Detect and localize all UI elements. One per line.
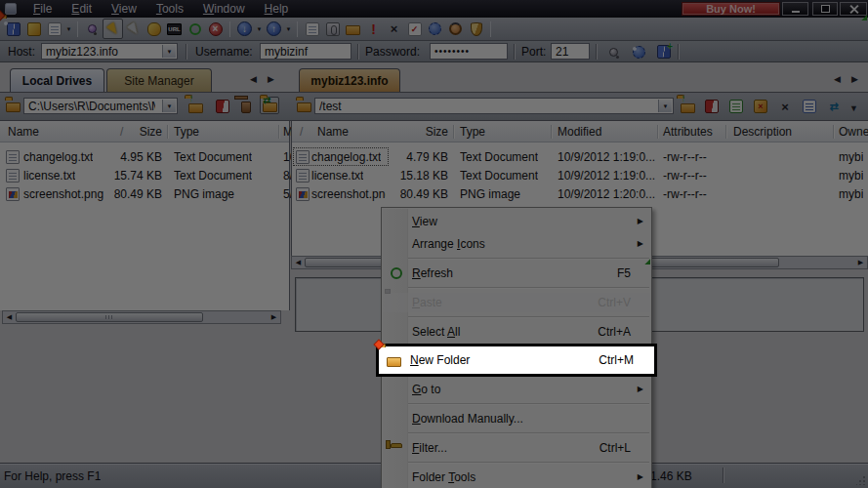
column-name[interactable]: Name <box>317 125 349 139</box>
edit-document-icon[interactable] <box>726 98 746 115</box>
menu-item-refresh[interactable]: Refresh F5 <box>382 262 651 284</box>
scroll-left-icon[interactable]: ◀ <box>292 259 305 266</box>
delete-icon[interactable] <box>236 98 256 115</box>
buy-now-button[interactable]: Buy Now! <box>682 2 780 16</box>
menu-item-new-folder[interactable]: New Folder Ctrl+M <box>376 344 657 377</box>
minimize-button[interactable] <box>782 2 808 16</box>
menu-item-arrange-icons[interactable]: Arrange Icons ▶ <box>382 232 651 255</box>
menubar-edit[interactable]: Edit <box>62 0 102 18</box>
tab-scroll-left-icon[interactable]: ◀ <box>250 74 257 84</box>
settings-gear-icon[interactable] <box>425 19 445 39</box>
menu-item-folder-tools[interactable]: Folder Tools ▶ <box>382 466 651 488</box>
menu-item-filter[interactable]: Filter... Ctrl+L <box>382 436 651 459</box>
parent-folder-icon[interactable] <box>678 98 697 115</box>
tasks-icon[interactable] <box>404 19 425 39</box>
parent-folder-icon[interactable] <box>186 98 205 115</box>
bookmarks-icon[interactable] <box>213 98 232 115</box>
support-icon[interactable] <box>445 19 466 39</box>
quick-connect-icon[interactable] <box>144 19 164 39</box>
file-row[interactable]: screenshot.png 80.49 KB PNG image 10/9/2… <box>292 184 868 203</box>
column-size[interactable]: Size <box>386 125 448 139</box>
scroll-left-icon[interactable]: ◀ <box>3 313 16 321</box>
select-cursor-icon[interactable] <box>103 19 123 39</box>
menu-item-paste[interactable]: Paste Ctrl+V <box>382 291 651 313</box>
menubar-help[interactable]: Help <box>255 0 299 18</box>
column-size[interactable]: Size <box>129 125 162 139</box>
connect-plug-icon[interactable] <box>603 43 623 61</box>
tab-local-drives[interactable]: Local Drives <box>10 68 104 92</box>
pin-icon[interactable] <box>82 19 103 39</box>
file-row[interactable]: changelog.txt 4.95 KB Text Document 10 <box>0 147 289 166</box>
download-dropdown-icon[interactable]: ▼ <box>255 19 264 39</box>
host-combobox[interactable]: mybiz123.info ▼ <box>41 43 178 60</box>
url-icon[interactable]: URL <box>164 19 185 39</box>
column-modified[interactable]: Modified <box>558 125 601 139</box>
column-description[interactable]: Description <box>733 125 792 139</box>
file-row[interactable]: license.txt 15.18 KB Text Document 10/9/… <box>292 166 868 184</box>
menu-item-download-manually[interactable]: Download Manually... <box>382 407 651 429</box>
tab-remote-site[interactable]: mybiz123.info <box>299 68 400 92</box>
new-item-wand-icon[interactable] <box>751 98 770 115</box>
disconnect-cursor-icon[interactable] <box>123 19 144 39</box>
menu-item-go-to[interactable]: Go to ▶ <box>382 378 651 400</box>
tab-site-manager[interactable]: Site Manager <box>106 68 212 92</box>
menu-item-view[interactable]: View ▶ <box>382 210 651 232</box>
port-input[interactable]: 21 <box>551 43 590 60</box>
menubar-view[interactable]: View <box>102 0 146 18</box>
upload-icon[interactable] <box>264 19 284 39</box>
file-row[interactable]: license.txt 15.74 KB Text Document 8/ <box>0 166 289 184</box>
menubar-tools[interactable]: Tools <box>146 0 193 18</box>
delete-icon[interactable] <box>775 98 795 115</box>
connection-gear-icon[interactable] <box>629 43 648 61</box>
connection-wizard-icon[interactable] <box>23 19 44 39</box>
restore-button[interactable] <box>812 2 838 16</box>
new-folder-icon[interactable] <box>343 19 363 39</box>
password-input[interactable]: •••••••• <box>430 43 508 60</box>
username-input[interactable]: mybizinf <box>260 43 351 60</box>
column-type[interactable]: Type <box>460 125 485 139</box>
security-shield-icon[interactable] <box>466 19 486 39</box>
upload-dropdown-icon[interactable]: ▼ <box>284 19 293 39</box>
new-item-dropdown-icon[interactable]: ▼ <box>64 19 73 39</box>
remote-path-combobox[interactable]: /test ▼ <box>314 98 674 114</box>
delete-icon[interactable] <box>384 19 404 39</box>
column-name[interactable]: Name <box>8 125 39 139</box>
tab-scroll-right-icon[interactable]: ▶ <box>268 74 274 84</box>
image-file-icon <box>6 187 20 201</box>
details-view-icon[interactable] <box>800 98 819 115</box>
scrollbar-thumb[interactable] <box>16 312 203 322</box>
column-type[interactable]: Type <box>174 125 199 139</box>
more-options-icon[interactable]: ▼ <box>849 103 858 113</box>
menu-item-select-all[interactable]: Select All Ctrl+A <box>382 320 651 343</box>
download-icon[interactable] <box>234 19 255 39</box>
column-owner[interactable]: Owner <box>839 125 868 139</box>
scroll-right-icon[interactable]: ▶ <box>268 313 280 321</box>
transfer-mode-icon[interactable] <box>824 98 844 115</box>
local-horizontal-scrollbar[interactable]: ◀ ▶ <box>2 310 281 324</box>
local-list-header[interactable]: Name / Size Type M <box>0 121 289 142</box>
menubar-file[interactable]: File <box>23 0 62 18</box>
path-dropdown-icon[interactable]: ▼ <box>162 100 176 112</box>
scroll-right-icon[interactable]: ▶ <box>854 259 867 266</box>
remote-list-header[interactable]: / Name Size Type Modified Attributes Des… <box>292 121 868 142</box>
file-row[interactable]: screenshot.png 80.49 KB PNG image 5/ <box>0 184 289 203</box>
local-path-combobox[interactable]: C:\Users\R\Documents\My ▼ <box>23 98 178 114</box>
path-dropdown-icon[interactable]: ▼ <box>658 100 672 112</box>
resize-grip[interactable] <box>856 476 865 485</box>
host-dropdown-icon[interactable]: ▼ <box>162 45 176 58</box>
file-row-selected[interactable]: changelog.txt 4.79 KB Text Document 10/9… <box>292 147 868 166</box>
stop-icon[interactable] <box>205 19 226 39</box>
tab-scroll-right-icon[interactable]: ▶ <box>851 74 858 84</box>
synchronize-folders-icon[interactable] <box>260 97 279 114</box>
notes-icon[interactable] <box>302 19 322 39</box>
important-icon[interactable] <box>363 19 384 39</box>
close-button[interactable] <box>840 2 867 16</box>
bookmarks-icon[interactable] <box>702 98 722 115</box>
add-site-book-icon[interactable] <box>654 43 674 61</box>
column-attributes[interactable]: Attributes <box>663 125 713 139</box>
tab-scroll-left-icon[interactable]: ◀ <box>834 74 841 84</box>
reference-icon[interactable] <box>322 19 343 39</box>
refresh-icon[interactable] <box>185 19 205 39</box>
new-item-icon[interactable] <box>44 19 64 39</box>
menubar-window[interactable]: Window <box>193 0 255 18</box>
